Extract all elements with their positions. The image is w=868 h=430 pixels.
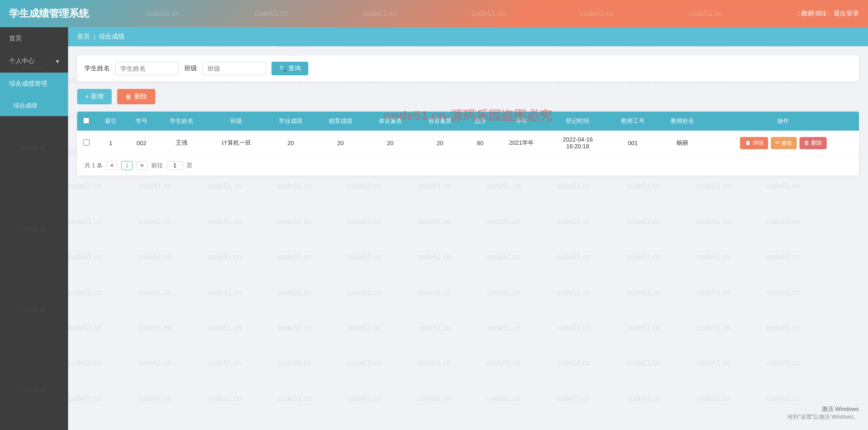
toolbar: + 新增 🗑 删除 (77, 89, 859, 104)
total-count: 共 1 条 (84, 161, 103, 170)
search-bar: 学生姓名 班级 🔍 查询 (77, 55, 859, 82)
row-reg-time: 2022-04-1616:20:18 (547, 131, 608, 156)
next-page-button[interactable]: > (136, 161, 148, 170)
current-page: 1 (121, 161, 133, 170)
name-search-label: 学生姓名 (84, 64, 110, 73)
detail-button[interactable]: 📋 详情 (740, 137, 768, 149)
sidebar-item-comprehensive-grades[interactable]: 综合成绩 (0, 95, 68, 116)
app-title: 学生成绩管理系统 (9, 7, 89, 20)
name-search-input[interactable] (115, 62, 179, 75)
main-content: code51.cncode51.cncode51.cncode51.cncode… (68, 27, 868, 430)
col-year: 学年 (496, 112, 547, 131)
breadcrumb-separator: | (94, 33, 95, 40)
row-year: 2021学年 (496, 131, 547, 156)
row-moral: 20 (316, 131, 365, 156)
col-class: 班级 (207, 112, 266, 131)
row-physical: 20 (365, 131, 415, 156)
col-teacher-name: 教师姓名 (658, 112, 708, 131)
prev-page-button[interactable]: < (106, 161, 118, 170)
add-button[interactable]: + 新增 (77, 89, 112, 104)
col-name: 学生姓名 (157, 112, 207, 131)
col-total: 总分 (465, 112, 496, 131)
header: code51.cn code51.cn code51.cn code51.cn … (0, 0, 868, 27)
sidebar-item-home[interactable]: 首页 (0, 27, 68, 50)
logout-button[interactable]: 退出登录 (833, 10, 859, 18)
col-student-id: 学号 (126, 112, 157, 131)
delete-icon: 🗑 (125, 93, 132, 100)
activate-hint-label: 转到"设置"以激活 Windows。 (788, 413, 859, 421)
content-area: 学生姓名 班级 🔍 查询 + 新增 🗑 删除 (68, 46, 868, 185)
row-checkbox[interactable] (83, 139, 89, 146)
col-moral: 德育成绩 (316, 112, 365, 131)
table-row: 1 002 王强 计算机一班 20 20 20 20 80 2021学年 202… (77, 131, 859, 156)
goto-label: 前往 (151, 161, 163, 170)
col-actions: 操作 (707, 112, 859, 131)
sidebar-item-profile[interactable]: 个人中心 ▾ (0, 50, 68, 73)
row-name: 王强 (157, 131, 207, 156)
row-class: 计算机一班 (207, 131, 266, 156)
breadcrumb-home[interactable]: 首页 (77, 33, 90, 41)
breadcrumb-current: 综合成绩 (99, 33, 124, 41)
row-actions-cell: 📋 详情 ✏ 修改 🗑 删除 (707, 131, 859, 156)
col-teacher-id: 教师工号 (608, 112, 658, 131)
sidebar: code51.cn code51.cn code51.cn code51.cn … (0, 27, 68, 430)
data-table: 索引 学号 学生姓名 班级 学业成绩 德育成绩 体育素质 智育素质 总分 学年 … (77, 112, 859, 176)
col-academic: 学业成绩 (266, 112, 316, 131)
class-search-input[interactable] (202, 62, 266, 75)
goto-page-input[interactable] (167, 161, 183, 170)
col-reg-time: 登记时间 (547, 112, 608, 131)
sidebar-item-grades-mgmt[interactable]: 综合成绩管理 (0, 73, 68, 95)
class-search-label: 班级 (184, 64, 197, 73)
header-right: 教师 001 退出登录 (801, 10, 859, 18)
table-header-row: 索引 学号 学生姓名 班级 学业成绩 德育成绩 体育素质 智育素质 总分 学年 … (77, 112, 859, 131)
row-teacher-id: 001 (608, 131, 658, 156)
select-all-header[interactable] (77, 112, 95, 131)
edit-button[interactable]: ✏ 修改 (771, 137, 797, 149)
row-student-id: 002 (126, 131, 157, 156)
current-user: 教师 001 (801, 10, 826, 18)
pagination: 共 1 条 < 1 > 前往 页 (77, 156, 859, 176)
row-intellectual: 20 (415, 131, 465, 156)
activate-windows-label: 激活 Windows (788, 405, 859, 413)
delete-row-button[interactable]: 🗑 删除 (799, 137, 826, 149)
row-teacher-name: 杨丽 (658, 131, 708, 156)
col-physical: 体育素质 (365, 112, 415, 131)
row-checkbox-cell[interactable] (77, 131, 95, 156)
chevron-down-icon: ▾ (56, 58, 59, 65)
batch-delete-button[interactable]: 🗑 删除 (117, 89, 155, 104)
layout: code51.cn code51.cn code51.cn code51.cn … (0, 27, 868, 430)
search-icon: 🔍 (279, 65, 286, 72)
header-watermark: code51.cn code51.cn code51.cn code51.cn … (0, 0, 868, 27)
row-index: 1 (95, 131, 126, 156)
page-unit: 页 (187, 161, 192, 170)
row-total: 80 (465, 131, 496, 156)
row-academic: 20 (266, 131, 316, 156)
col-intellectual: 智育素质 (415, 112, 465, 131)
search-button[interactable]: 🔍 查询 (271, 62, 308, 75)
windows-activation: 激活 Windows 转到"设置"以激活 Windows。 (788, 405, 859, 421)
col-index: 索引 (95, 112, 126, 131)
select-all-checkbox[interactable] (83, 117, 89, 124)
breadcrumb: 首页 | 综合成绩 (68, 27, 868, 46)
